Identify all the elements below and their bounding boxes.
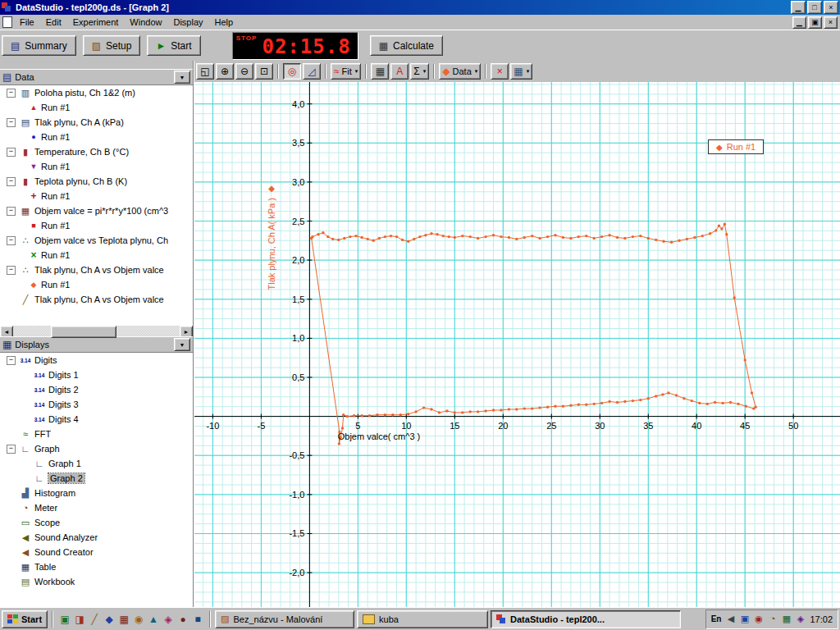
expand-toggle[interactable]: −	[7, 148, 16, 157]
graph-canvas[interactable]: -10-551015202530354045504,03,53,02,52,01…	[194, 82, 840, 607]
shortcut-icon-3[interactable]: ╱	[87, 612, 102, 627]
task-button-1[interactable]: ▨Bez_názvu - Malování	[215, 610, 354, 628]
display-tree-item[interactable]: ◀Sound Creator	[0, 545, 193, 559]
scrollbar-thumb[interactable]	[51, 326, 116, 338]
scrollbar-track[interactable]	[13, 326, 180, 336]
data-tree-item[interactable]: ╱Tlak plynu, Ch A vs Objem valce	[0, 292, 193, 307]
toolbar-separator	[277, 64, 279, 79]
zoom-out-button[interactable]: ⊖	[235, 63, 253, 80]
display-tree-item[interactable]: ▭Scope	[0, 515, 193, 530]
smart-tool-button[interactable]: ◎	[283, 63, 301, 80]
task-button-2[interactable]: kuba	[357, 610, 488, 628]
display-child-item[interactable]: 3.14Digits 4	[0, 412, 193, 427]
start-menu-button[interactable]: Start	[2, 610, 48, 628]
start-button[interactable]: ► Start	[147, 35, 200, 56]
calculate-button[interactable]: ▦ Calculate	[370, 35, 443, 56]
minimize-button[interactable]: ▁	[791, 1, 806, 14]
data-tree-item[interactable]: −▤Tlak plynu, Ch A (kPa)	[0, 115, 193, 130]
fit-menu-button[interactable]: ≈Fit▾	[331, 63, 361, 80]
display-child-item[interactable]: 3.14Digits 2	[0, 382, 193, 397]
data-tree-item[interactable]: −▮Teplota plynu, Ch B (K)	[0, 174, 193, 189]
keyboard-layout-indicator[interactable]: En	[711, 614, 722, 623]
shortcut-icon-2[interactable]: ◨	[72, 612, 87, 627]
volume-icon[interactable]: ◀	[724, 614, 737, 624]
graph-plot-area[interactable]: -10-551015202530354045504,03,53,02,52,01…	[194, 82, 840, 607]
zoom-select-button[interactable]: ⊡	[255, 63, 273, 80]
graph-settings-button[interactable]: ▦▾	[510, 63, 532, 80]
network-icon[interactable]: ▦	[780, 614, 792, 624]
child-restore-button[interactable]: ▣	[808, 16, 822, 29]
child-close-button[interactable]: ×	[824, 16, 838, 29]
data-tree-item[interactable]: −∴Tlak plynu, Ch A vs Objem valce	[0, 262, 193, 277]
data-run-item[interactable]: ◆Run #1	[0, 277, 193, 292]
scale-to-fit-button[interactable]: ◱	[196, 63, 214, 80]
menu-file[interactable]: File	[14, 16, 40, 29]
slope-tool-button[interactable]: ◿	[303, 63, 321, 80]
calculate-tool-button[interactable]: ▦	[371, 63, 389, 80]
data-run-item[interactable]: ×Run #1	[0, 248, 193, 262]
data-panel-menu-button[interactable]: ▼	[174, 71, 190, 84]
zoom-in-button[interactable]: ⊕	[216, 63, 234, 80]
expand-toggle[interactable]: −	[7, 177, 16, 186]
maximize-button[interactable]: □	[807, 1, 822, 14]
display-tree-item[interactable]: −∟Graph	[0, 441, 193, 456]
shortcut-icon-1[interactable]: ▣	[57, 612, 72, 627]
close-button[interactable]: ×	[824, 1, 838, 14]
display-settings-icon[interactable]: ▣	[738, 614, 751, 624]
graph-window-icon[interactable]	[2, 16, 12, 28]
expand-toggle[interactable]: −	[7, 445, 16, 454]
delete-button[interactable]: ×	[491, 63, 509, 80]
expand-toggle[interactable]: −	[7, 266, 16, 275]
display-child-item[interactable]: 3.14Digits 3	[0, 397, 193, 412]
shortcut-icon-7[interactable]: ▲	[146, 612, 161, 627]
scheduler-icon[interactable]: ◔	[766, 614, 778, 624]
expand-toggle[interactable]: −	[7, 118, 16, 127]
data-tree-item[interactable]: −▦Objem valce = pi*r*r*y*100 (cm^3	[0, 203, 193, 218]
display-tree-item[interactable]: ▤Workbook	[0, 574, 193, 589]
display-tree-item[interactable]: ▟Histogram	[0, 486, 193, 500]
data-run-item[interactable]: ●Run #1	[0, 130, 193, 144]
statistics-button[interactable]: Σ▾	[410, 63, 429, 80]
data-tree-item[interactable]: −▥Poloha pistu, Ch 1&2 (m)	[0, 85, 193, 100]
data-run-item[interactable]: ■Run #1	[0, 218, 193, 233]
display-child-item[interactable]: 3.14Digits 1	[0, 368, 193, 382]
summary-button[interactable]: ▤ Summary	[2, 35, 76, 56]
display-tree-item[interactable]: ◀Sound Analyzer	[0, 530, 193, 545]
graph-legend[interactable]: ◆ Run #1	[708, 139, 764, 154]
data-run-item[interactable]: ▲Run #1	[0, 100, 193, 115]
menu-edit[interactable]: Edit	[40, 16, 67, 29]
expand-toggle[interactable]: −	[7, 207, 16, 216]
display-tree-item[interactable]: ≈FFT	[0, 427, 193, 441]
data-tree-item[interactable]: −∴Objem valce vs Teplota plynu, Ch	[0, 233, 193, 248]
child-minimize-button[interactable]: ▁	[792, 16, 806, 29]
data-run-item[interactable]: ▼Run #1	[0, 159, 193, 174]
display-tree-item[interactable]: −3.14Digits	[0, 353, 193, 368]
setup-button[interactable]: ▨ Setup	[83, 35, 141, 56]
expand-toggle[interactable]: −	[7, 356, 16, 365]
shortcut-icon-6[interactable]: ◉	[131, 612, 146, 627]
menu-window[interactable]: Window	[124, 16, 167, 29]
data-tree-item[interactable]: −▮Temperature, Ch B (°C)	[0, 144, 193, 159]
displays-panel-menu-button[interactable]: ▼	[174, 338, 190, 351]
shortcut-icon-8[interactable]: ◈	[161, 612, 176, 627]
expand-toggle[interactable]: −	[7, 89, 16, 98]
data-menu-button[interactable]: ◆Data▾	[439, 63, 481, 80]
media-icon[interactable]: ◈	[794, 614, 806, 624]
shortcut-icon-5[interactable]: ▦	[116, 612, 131, 627]
display-tree-item[interactable]: ◔Meter	[0, 500, 193, 515]
task-button-3[interactable]: DataStudio - tepl200...	[491, 610, 681, 628]
display-child-item[interactable]: ∟Graph 1	[0, 456, 193, 471]
expand-toggle[interactable]: −	[7, 236, 16, 245]
antivirus-icon[interactable]: ◉	[752, 614, 765, 624]
menu-experiment[interactable]: Experiment	[67, 16, 125, 29]
shortcut-icon-4[interactable]: ◆	[102, 612, 116, 627]
menu-display[interactable]: Display	[167, 16, 208, 29]
plus-marker-icon: +	[28, 190, 39, 202]
shortcut-icon-9[interactable]: ●	[176, 612, 190, 627]
display-tree-item[interactable]: ▦Table	[0, 559, 193, 574]
menu-help[interactable]: Help	[209, 16, 240, 29]
display-child-item[interactable]: ∟Graph 2	[0, 471, 193, 486]
shortcut-icon-10[interactable]: ■	[190, 612, 205, 627]
text-tool-button[interactable]: A	[390, 63, 409, 80]
data-run-item[interactable]: +Run #1	[0, 189, 193, 203]
